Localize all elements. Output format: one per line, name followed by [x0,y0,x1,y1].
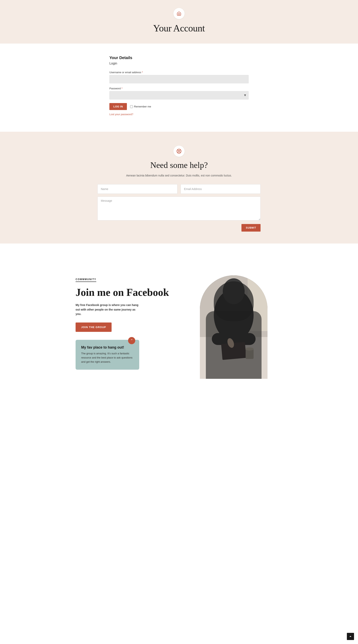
username-label: Username or email address * [110,71,248,74]
submit-row: SUBMIT [98,224,260,232]
header-section: Your Account [0,0,358,44]
lost-password-link[interactable]: Lost your password? [110,113,248,116]
svg-point-10 [223,278,245,304]
help-form-name-email-row [98,184,260,194]
community-photo-svg [200,275,268,379]
svg-rect-11 [212,333,256,345]
submit-button[interactable]: SUBMIT [242,224,260,232]
remember-me-label[interactable]: Remember me [130,105,151,108]
svg-line-5 [178,152,178,153]
svg-point-9 [214,289,254,341]
testimonial-box: ” My fav place to hang out! The group is… [76,340,139,370]
help-title: Need some help? [16,160,342,170]
photo-placeholder [200,275,268,379]
svg-rect-12 [221,342,246,360]
home-icon-circle [174,8,184,19]
help-subtitle: Aenean lacinia bibendum nulla sed consec… [119,174,239,177]
svg-rect-7 [248,275,268,331]
login-section: Your Details Login Username or email add… [0,44,358,132]
join-group-button[interactable]: JOIN THE GROUP [76,322,112,332]
community-tag: COMMMUNITY [76,278,96,282]
help-message-textarea[interactable] [98,196,260,220]
svg-rect-8 [200,337,268,379]
login-subheading: Login [110,62,248,65]
community-right [185,275,282,379]
community-photo [200,275,268,379]
password-input[interactable] [110,91,248,100]
testimonial-text: The group is amazing. It’s such a fantas… [81,352,134,364]
svg-rect-13 [246,349,254,359]
password-label: Password * [110,87,248,90]
username-field-group: Username or email address * [110,71,248,83]
community-title: Join me on Facebook [76,287,173,298]
svg-point-14 [246,347,254,350]
page-title: Your Account [4,23,354,34]
svg-point-15 [226,337,235,348]
community-section: COMMMUNITY Join me on Facebook My free F… [0,244,358,411]
quote-mark-icon: ” [128,337,135,344]
community-description: My free Facebook group is where you can … [76,303,139,316]
lifebuoy-icon [176,148,182,154]
password-field-group: Password * ▼ [110,87,248,100]
svg-line-3 [180,152,180,153]
help-section: Need some help? Aenean lacinia bibendum … [0,132,358,244]
password-wrapper: ▼ [110,91,248,100]
testimonial-title: My fav place to hang out! [81,346,134,350]
login-actions: LOG IN Remember me [110,103,248,110]
your-details-heading: Your Details [110,56,248,60]
password-toggle-icon[interactable]: ▼ [244,94,246,97]
username-input[interactable] [110,75,248,83]
community-left: COMMMUNITY Join me on Facebook My free F… [76,275,173,370]
help-form: SUBMIT [98,184,260,232]
help-icon-circle [174,146,184,157]
help-email-input[interactable] [180,184,260,194]
svg-line-4 [180,150,180,150]
home-icon [176,11,182,16]
help-name-input[interactable] [98,184,178,194]
remember-me-checkbox[interactable] [130,105,133,108]
svg-line-2 [178,150,178,150]
log-in-button[interactable]: LOG IN [110,103,127,110]
community-inner: COMMMUNITY Join me on Facebook My free F… [60,260,298,395]
